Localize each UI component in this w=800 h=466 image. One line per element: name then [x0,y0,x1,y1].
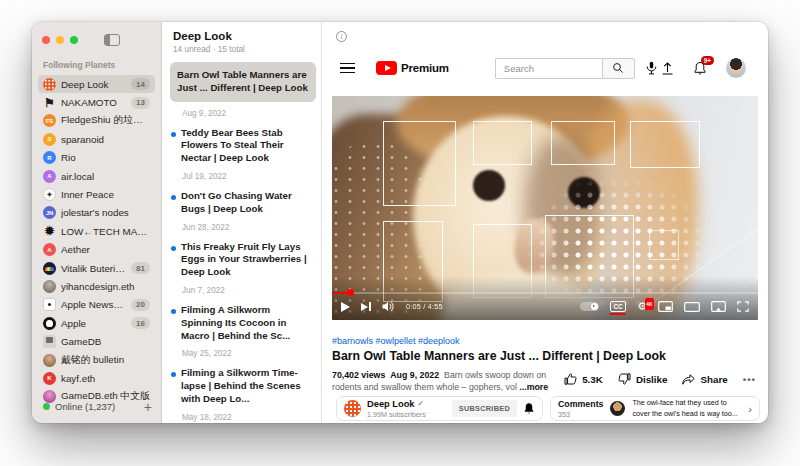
player-controls: 0:05 / 4:55 CC ⚙4K [341,298,749,315]
video-player[interactable]: 0:05 / 4:55 CC ⚙4K [332,96,758,320]
channel-avatar[interactable] [344,400,361,417]
planet-name: NAKAMOTO [61,97,126,108]
article-list-item[interactable]: Filming a Silkworm Time-lapse | Behind t… [162,363,321,423]
add-planet-button[interactable]: + [144,402,152,412]
planet-icon [43,298,56,311]
share-button[interactable]: Share [682,374,727,385]
search-input[interactable] [495,58,602,79]
unread-count-badge: 81 [131,262,150,274]
share-icon [682,374,695,385]
menu-icon[interactable] [340,67,355,69]
youtube-header: Premium 9+ [322,50,768,86]
planet-name: kayf.eth [61,373,150,384]
planet-icon: ✹ [43,225,56,238]
comments-label: Comments [558,399,603,409]
online-status-icon [43,403,50,410]
planet-name: FledgeShiu 的垃圾堆 [61,114,150,127]
sidebar-item-planet[interactable]: A air.local [38,167,155,185]
like-button[interactable]: 5.3K [564,373,603,385]
unread-dot-icon [171,309,176,314]
close-window-button[interactable] [42,36,50,44]
more-actions-button[interactable]: ••• [743,374,756,385]
settings-button[interactable]: ⚙4K [637,301,647,312]
sidebar-item-planet[interactable]: Deep Look 14 [38,75,155,93]
planet-icon [43,335,56,348]
sidebar-item-planet[interactable]: A Aether [38,241,155,259]
voice-search-button[interactable] [646,61,657,75]
volume-icon[interactable] [382,301,395,312]
planet-icon [43,354,56,367]
sidebar-item-planet[interactable]: S sparanoid [38,130,155,148]
fullscreen-icon[interactable] [737,301,749,312]
sidebar-item-planet[interactable]: FS FledgeShiu 的垃圾堆 [38,112,155,130]
unread-count-badge: 14 [131,78,150,90]
planet-app-window: Following Planets Deep Look 14 ⚑ NAKAMOT… [32,22,768,423]
video-progress-bar[interactable] [332,292,758,295]
video-hashtags[interactable]: #barnowls #owlpellet #deeplook [332,336,460,346]
sidebar-footer: Online (1,237) + [43,401,152,412]
planet-icon [43,78,56,91]
online-status-label: Online (1,237) [55,401,115,412]
subscribed-button[interactable]: SUBSCRIBED [452,400,517,417]
planet-icon: JN [43,206,56,219]
unread-dot-icon [171,132,176,137]
article-title: This Freaky Fruit Fly Lays Eggs in Your … [181,241,313,279]
play-button[interactable] [341,302,350,312]
youtube-premium-label: Premium [401,62,449,74]
next-button[interactable] [361,302,371,311]
article-list-item[interactable]: Don't Go Chasing Water Bugs | Deep Look … [162,186,321,237]
sidebar-item-planet[interactable]: K kayf.eth [38,369,155,387]
autoplay-toggle[interactable] [580,302,599,311]
account-avatar[interactable] [726,58,746,78]
notifications-button[interactable]: 9+ [693,61,707,76]
article-list-item[interactable]: Filming A Silkworm Spinning Its Cocoon i… [162,300,321,363]
planet-name: Apple Newsroom [61,299,126,310]
search-bar [495,58,635,79]
theater-mode-icon[interactable] [684,302,700,312]
minimize-window-button[interactable] [56,36,64,44]
article-list-item[interactable]: This Freaky Fruit Fly Lays Eggs in Your … [162,237,321,300]
traffic-lights [42,36,78,44]
sidebar-item-planet[interactable]: Apple Newsroom 20 [38,296,155,314]
article-list: Barn Owl Table Manners are Just ... Diff… [162,61,321,423]
sidebar-item-planet[interactable]: JN jolestar's nodes [38,204,155,222]
unread-count-badge: 20 [131,299,150,311]
article-date: Aug 9, 2022 [182,109,313,118]
planet-name: Rio [61,152,150,163]
dislike-label: Dislike [636,374,668,385]
planet-name: Inner Peace [61,189,150,200]
notification-bell-icon[interactable] [523,402,535,415]
article-title: Barn Owl Table Manners are Just ... Diff… [170,62,316,102]
search-icon [612,62,624,74]
channel-name[interactable]: Deep Look [367,399,415,409]
sidebar-item-planet[interactable]: ⚑ NAKAMOTO 13 [38,93,155,111]
show-more-link[interactable]: ...more [519,382,548,392]
article-list-item[interactable]: Barn Owl Table Manners are Just ... Diff… [162,61,321,123]
unread-count-badge: 13 [131,97,150,109]
play-on-tv-icon[interactable] [711,301,726,312]
miniplayer-icon[interactable] [658,301,673,312]
sidebar-item-planet[interactable]: R Rio [38,149,155,167]
sidebar-item-planet[interactable]: yihancdesign.eth [38,277,155,295]
sidebar-item-planet[interactable]: GameDB [38,332,155,350]
article-list-item[interactable]: Teddy Bear Bees Stab Flowers To Steal Th… [162,123,321,186]
search-button[interactable] [602,58,635,79]
sidebar-item-planet[interactable]: Apple 16 [38,314,155,332]
comments-card[interactable]: Comments 353 The owl-face hat they used … [550,396,760,421]
article-list-pane: Deep Look 14 unread · 15 total Barn Owl … [162,22,322,423]
sidebar-toggle-icon[interactable] [104,34,120,46]
sidebar-item-planet[interactable]: Vitalik Buterin's we... 81 [38,259,155,277]
planet-list: Deep Look 14 ⚑ NAKAMOTO 13 FS FledgeShiu… [38,75,155,406]
sidebar-item-planet[interactable]: 戴铭的 bulletin [38,351,155,369]
sidebar-item-planet[interactable]: ✹ LOW←TECH MAGAZINE [38,222,155,240]
upload-button[interactable] [661,61,674,75]
planet-icon: ⚑ [43,96,56,109]
captions-button[interactable]: CC [610,301,626,312]
dislike-button[interactable]: Dislike [618,373,668,385]
sidebar-item-planet[interactable]: ✦ Inner Peace [38,185,155,203]
sidebar: Following Planets Deep Look 14 ⚑ NAKAMOT… [32,22,162,423]
zoom-window-button[interactable] [70,36,78,44]
info-icon[interactable]: i [336,31,347,42]
sidebar-section-header: Following Planets [43,60,150,70]
youtube-premium-logo[interactable]: Premium [376,61,449,75]
